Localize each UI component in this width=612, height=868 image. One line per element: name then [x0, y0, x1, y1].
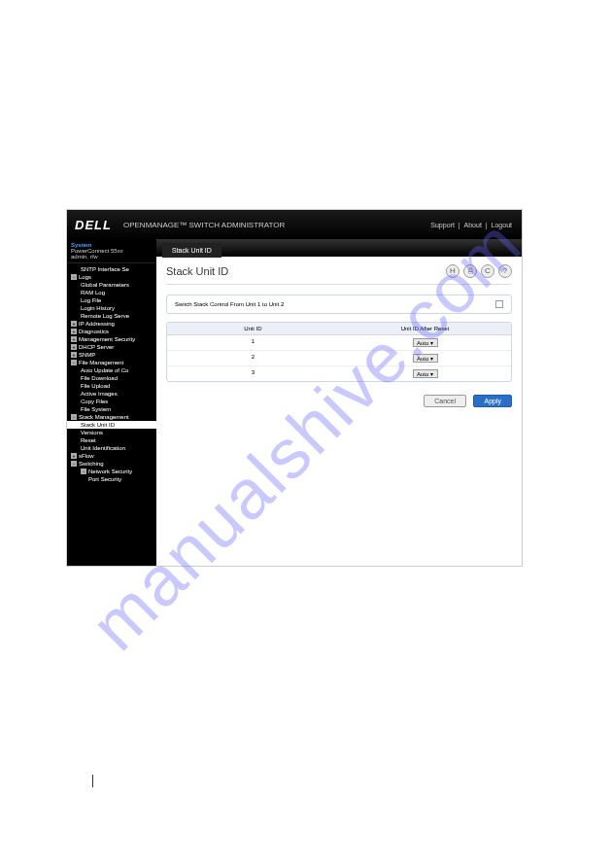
tree-item[interactable]: Unit Identification — [67, 444, 156, 452]
switch-control-panel: Switch Stack Control From Unit 1 to Unit… — [166, 295, 512, 314]
tree-item[interactable]: +DHCP Server — [67, 343, 156, 351]
tree-item[interactable]: Log File — [67, 296, 156, 304]
link-about[interactable]: About — [464, 222, 482, 228]
tree-item-label: Logs — [79, 274, 91, 280]
table-row: 1Auto — [167, 335, 511, 351]
tree-item[interactable]: +Diagnostics — [67, 328, 156, 335]
tree-item[interactable]: -Stack Management — [67, 413, 156, 421]
tree-item-label: File Upload — [81, 383, 110, 389]
collapse-icon[interactable]: - — [71, 360, 77, 365]
nav-tree: SNTP Interface Se-LogsGlobal ParametersR… — [67, 263, 156, 483]
collapse-icon[interactable]: - — [71, 274, 77, 280]
app-window: DELL OPENMANAGE™ SWITCH ADMINISTRATOR Su… — [66, 209, 523, 567]
expand-icon[interactable]: + — [71, 344, 77, 350]
user-name: admin, r/w — [71, 254, 153, 260]
unit-id-select[interactable]: Auto — [413, 354, 438, 363]
tree-item[interactable]: Auto Update of Co — [67, 366, 156, 374]
tree-item-label: Versions — [81, 430, 103, 435]
tree-item-label: Switching — [79, 461, 104, 467]
toolbar-icons: H ⎙ C ? — [446, 264, 512, 278]
tree-item[interactable]: Reset — [67, 436, 156, 444]
tree-item[interactable]: Versions — [67, 429, 156, 436]
tree-item[interactable]: +Management Security — [67, 335, 156, 343]
tree-item-label: Auto Update of Co — [81, 367, 128, 373]
tree-item-label: Diagnostics — [79, 329, 109, 334]
table-row: 2Auto — [167, 351, 511, 366]
switch-control-checkbox[interactable] — [495, 300, 503, 308]
app-title: OPENMANAGE™ SWITCH ADMINISTRATOR — [123, 221, 428, 229]
refresh-icon[interactable]: C — [481, 264, 494, 278]
content-body: Stack Unit ID H ⎙ C ? Switch Stack Contr… — [156, 257, 522, 415]
tab-stack-unit-id[interactable]: Stack Unit ID — [162, 243, 221, 258]
table-header: Unit ID Unit ID After Reset — [167, 323, 511, 335]
tree-item[interactable]: Remote Log Serve — [67, 312, 156, 320]
expand-icon[interactable]: + — [71, 321, 77, 327]
page-mark — [92, 775, 102, 787]
collapse-icon[interactable]: - — [71, 414, 77, 420]
tree-item-label: SNTP Interface Se — [81, 266, 129, 272]
cancel-button[interactable]: Cancel — [424, 395, 466, 407]
expand-icon[interactable]: + — [71, 352, 77, 358]
tree-item[interactable]: SNTP Interface Se — [67, 265, 156, 273]
unit-id-select[interactable]: Auto — [413, 338, 438, 347]
th-unit-id-after-reset: Unit ID After Reset — [339, 323, 511, 334]
tree-item[interactable]: File Upload — [67, 382, 156, 390]
tree-item[interactable]: +IP Addressing — [67, 320, 156, 328]
cell-unit-id-after-reset: Auto — [339, 351, 511, 365]
tree-item-label: SNMP — [79, 352, 95, 358]
tree-item-label: File System — [81, 406, 111, 412]
tree-item[interactable]: Global Parameters — [67, 281, 156, 289]
tree-item[interactable]: Login History — [67, 304, 156, 312]
switch-control-row: Switch Stack Control From Unit 1 to Unit… — [167, 295, 511, 313]
tree-item-label: Global Parameters — [81, 282, 129, 288]
tree-item-label: File Download — [81, 375, 118, 381]
tree-item[interactable]: Active Images — [67, 390, 156, 398]
page-title: Stack Unit ID — [166, 265, 228, 277]
tree-item-label: sFlow — [79, 453, 94, 459]
tree-item[interactable]: -File Management — [67, 359, 156, 366]
tree-item-label: Management Security — [79, 336, 135, 342]
cell-unit-id-after-reset: Auto — [339, 335, 511, 350]
link-support[interactable]: Support — [430, 222, 455, 228]
cell-unit-id-after-reset: Auto — [339, 366, 511, 381]
top-links: Support | About | Logout — [428, 222, 514, 228]
tree-item[interactable]: Port Security — [67, 475, 156, 483]
unit-table: Unit ID Unit ID After Reset 1Auto2Auto3A… — [166, 322, 512, 382]
collapse-icon[interactable]: - — [71, 461, 77, 467]
link-logout[interactable]: Logout — [492, 222, 512, 228]
sidebar-header: System PowerConnect 55xx admin, r/w — [67, 239, 156, 263]
tree-item-label: DHCP Server — [79, 344, 114, 350]
tree-item[interactable]: Stack Unit ID — [67, 421, 156, 429]
tree-item-label: Port Security — [88, 476, 121, 482]
expand-icon[interactable]: + — [71, 336, 77, 342]
tree-item[interactable]: +SNMP — [67, 351, 156, 359]
tree-item-label: File Management — [79, 360, 123, 365]
top-bar: DELL OPENMANAGE™ SWITCH ADMINISTRATOR Su… — [67, 210, 522, 239]
tree-item[interactable]: File System — [67, 405, 156, 413]
save-icon[interactable]: H — [446, 264, 459, 278]
tree-item[interactable]: +sFlow — [67, 452, 156, 460]
tree-item-label: Copy Files — [81, 399, 108, 404]
tree-item-label: Stack Management — [79, 414, 129, 420]
tree-item-label: Log File — [81, 297, 101, 303]
tree-item[interactable]: -Network Security — [67, 468, 156, 475]
collapse-icon[interactable]: - — [81, 469, 86, 474]
expand-icon[interactable]: + — [71, 329, 77, 334]
button-row: Cancel Apply — [166, 390, 512, 407]
expand-icon[interactable]: + — [71, 453, 77, 459]
tree-item[interactable]: RAM Log — [67, 289, 156, 296]
tree-item[interactable]: -Logs — [67, 273, 156, 281]
tree-item-label: Stack Unit ID — [81, 422, 115, 428]
tree-item[interactable]: -Switching — [67, 460, 156, 468]
tree-item[interactable]: Copy Files — [67, 398, 156, 405]
page-header: Stack Unit ID H ⎙ C ? — [166, 264, 512, 285]
unit-id-select[interactable]: Auto — [413, 369, 438, 378]
main-area: System PowerConnect 55xx admin, r/w SNTP… — [67, 239, 522, 566]
cell-unit-id: 1 — [167, 335, 339, 350]
tree-item[interactable]: File Download — [67, 374, 156, 382]
print-icon[interactable]: ⎙ — [463, 264, 477, 278]
apply-button[interactable]: Apply — [473, 395, 512, 407]
tree-item-label: Login History — [81, 305, 115, 311]
help-icon[interactable]: ? — [498, 264, 512, 278]
cell-unit-id: 3 — [167, 366, 339, 381]
